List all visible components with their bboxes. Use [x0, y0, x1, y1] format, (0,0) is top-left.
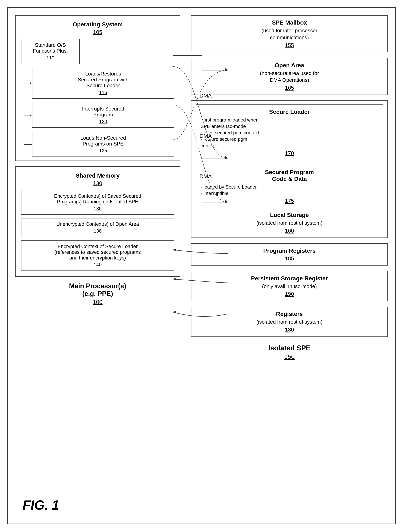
isolated-spe-label: Isolated SPE 150 [191, 344, 388, 360]
open-area-box: Open Area (non-secure area used for DMA … [191, 58, 388, 95]
shared-memory-title-area: Shared Memory 130 [21, 172, 174, 186]
loads-restores-number: 115 [36, 90, 170, 95]
shared-memory-number: 130 [21, 180, 174, 186]
loads-restores-box: Loads/Restores Secured Program with Secu… [32, 68, 174, 99]
spe-mailbox-box: SPE Mailbox (used for inter-processor co… [191, 15, 388, 52]
program-registers-number: 185 [196, 255, 383, 261]
arrow-to-interrupts [24, 115, 32, 115]
local-storage-outer-box: Secure Loader - first program loaded whe… [191, 101, 388, 238]
secured-program-number: 175 [201, 198, 378, 204]
local-storage-title: Local Storage [196, 212, 383, 218]
registers-number: 180 [196, 327, 383, 333]
isolated-spe-number: 150 [191, 353, 388, 360]
open-area-title: Open Area [196, 62, 383, 69]
persistent-storage-text: (only avail. In Iso-mode) [196, 283, 383, 290]
os-title: Operating System [21, 21, 174, 28]
dma-label-1: DMA [198, 92, 213, 99]
spe-mailbox-text: (used for inter-processor communications… [196, 27, 383, 41]
local-storage-title-area: Local Storage (isolated from rest of sys… [196, 212, 383, 234]
unencrypted-context-number: 138 [25, 228, 170, 234]
shared-memory-inner-boxes: Encrypted Context(s) of Saved Secured Pr… [21, 190, 174, 271]
loads-non-secured-label: Loads Non-Secured Programs on SPE [36, 135, 170, 147]
os-title-area: Operating System 105 [21, 21, 174, 35]
arrow-to-loads-restores [24, 83, 32, 83]
secured-program-title: Secured Program Code & Data [201, 169, 378, 182]
main-layout: Operating System 105 Standard O/S Functi… [15, 15, 388, 360]
unencrypted-context-label: Unencrypted Context(s) of Open Area [25, 221, 170, 227]
secure-loader-text: - first program loaded when SPE enters I… [201, 117, 378, 149]
registers-title: Registers [196, 311, 383, 317]
left-column: Operating System 105 Standard O/S Functi… [15, 15, 180, 360]
open-area-text: (non-secure area used for DMA Operations… [196, 70, 383, 84]
encrypted-secure-loader-number: 140 [25, 262, 170, 267]
spe-mailbox-title: SPE Mailbox [196, 19, 383, 26]
standard-os-box: Standard O/S Functions Plus: 110 [21, 39, 80, 64]
encrypted-context-box: Encrypted Context(s) of Saved Secured Pr… [21, 190, 174, 215]
main-processor-label: Main Processor(s) (e.g. PPE) 100 [15, 282, 180, 305]
main-processor-number: 100 [15, 299, 180, 305]
secure-loader-box: Secure Loader - first program loaded whe… [196, 104, 383, 160]
main-processor-title: Main Processor(s) (e.g. PPE) [15, 282, 180, 298]
open-area-number: 165 [196, 85, 383, 91]
os-inner-boxes: Loads/Restores Secured Program with Secu… [21, 68, 174, 157]
dma-label-3: DMA [198, 173, 213, 180]
local-storage-text: (isolated from rest of system) [196, 220, 383, 227]
isolated-spe-title: Isolated SPE [191, 344, 388, 352]
dma-label-2: DMA [198, 133, 213, 139]
arrow-to-loads-non-secured [24, 144, 32, 145]
encrypted-secure-loader-box: Encrypted Context of Secure Loader (refe… [21, 241, 174, 271]
interrupts-label: Interrupts Secured Program [36, 106, 170, 118]
right-column: SPE Mailbox (used for inter-processor co… [191, 15, 388, 360]
registers-box: Registers (isolated from rest of system)… [191, 307, 388, 337]
program-registers-box: Program Registers 185 [191, 243, 388, 266]
loads-non-secured-box: Loads Non-Secured Programs on SPE 125 [32, 132, 174, 157]
loads-restores-label: Loads/Restores Secured Program with Secu… [36, 71, 170, 89]
standard-os-number: 110 [25, 55, 76, 61]
shared-memory-outer-box: Shared Memory 130 Encrypted Context(s) o… [15, 166, 180, 277]
secured-program-box: Secured Program Code & Data - loaded by … [196, 165, 383, 208]
program-registers-title: Program Registers [196, 247, 383, 254]
secure-loader-number: 170 [201, 150, 378, 156]
spe-mailbox-number: 155 [196, 42, 383, 48]
diagram-container: Operating System 105 Standard O/S Functi… [7, 7, 396, 524]
interrupts-box: Interrupts Secured Program 120 [32, 103, 174, 128]
registers-text: (isolated from rest of system) [196, 318, 383, 325]
encrypted-context-label: Encrypted Context(s) of Saved Secured Pr… [25, 193, 170, 205]
persistent-storage-box: Persistent Storage Register (only avail.… [191, 271, 388, 301]
shared-memory-title: Shared Memory [21, 172, 174, 179]
persistent-storage-title: Persistent Storage Register [196, 275, 383, 282]
secure-loader-title: Secure Loader [201, 108, 378, 115]
interrupts-number: 120 [36, 119, 170, 124]
os-number: 105 [21, 29, 174, 35]
loads-non-secured-number: 125 [36, 148, 170, 154]
persistent-storage-number: 190 [196, 291, 383, 297]
os-outer-box: Operating System 105 Standard O/S Functi… [15, 15, 180, 161]
secured-program-text: - loaded by Secure Loader - interruptibl… [201, 184, 378, 197]
encrypted-secure-loader-label: Encrypted Context of Secure Loader (refe… [25, 244, 170, 261]
local-storage-number: 160 [196, 228, 383, 234]
standard-os-label: Standard O/S Functions Plus: [25, 42, 76, 54]
figure-label: FIG. 1 [23, 498, 59, 513]
unencrypted-context-box: Unencrypted Context(s) of Open Area 138 [21, 218, 174, 237]
encrypted-context-number: 135 [25, 206, 170, 211]
